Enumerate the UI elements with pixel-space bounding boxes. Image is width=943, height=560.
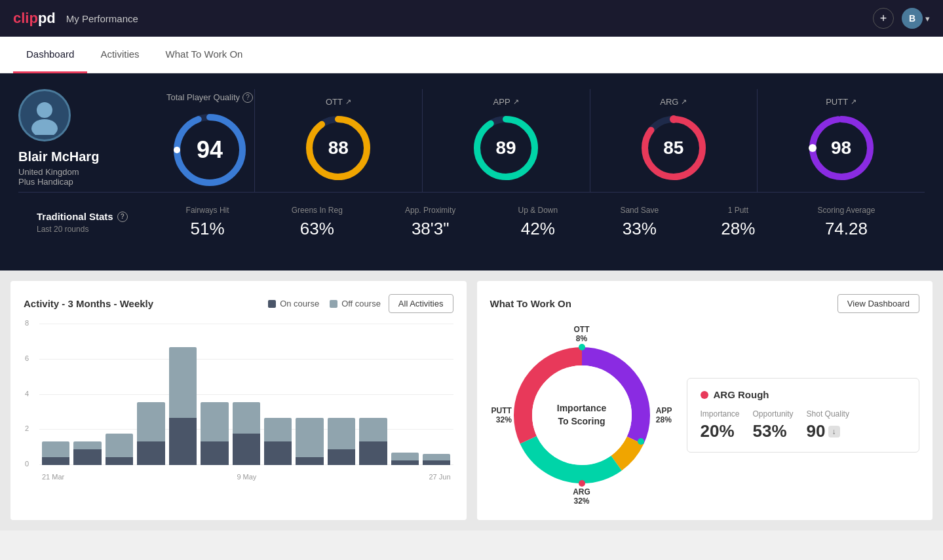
bar-group	[391, 324, 419, 465]
chart-legend: On course Off course	[268, 299, 381, 308]
bar-on-course	[328, 449, 355, 465]
what-to-work-on-panel: What To Work On View Dashboard	[477, 281, 933, 520]
svg-point-1	[31, 119, 58, 135]
all-activities-button[interactable]: All Activities	[389, 294, 453, 313]
bar-off-course	[201, 402, 228, 441]
fairways-label: Fairways Hit	[186, 206, 229, 215]
putt-value: 98	[831, 138, 851, 159]
trad-stats-help-icon[interactable]: ?	[117, 212, 128, 222]
tab-activities[interactable]: Activities	[87, 37, 152, 73]
bar-on-course	[233, 434, 260, 465]
bar-off-course	[42, 441, 69, 457]
stat-scoring-avg: Scoring Average 74.28	[818, 206, 876, 239]
donut-label-ott: OTT 8%	[574, 325, 590, 343]
total-quality-help-icon[interactable]: ?	[242, 92, 253, 103]
donut-label-putt: PUTT 32%	[491, 406, 512, 424]
arg-value: 85	[663, 138, 683, 159]
activity-chart-title: Activity - 3 Months - Weekly	[24, 298, 153, 309]
svg-point-20	[579, 344, 585, 350]
score-putt-label: PUTT ↗	[826, 97, 856, 107]
scores-grid: OTT ↗ 88 APP ↗	[254, 89, 925, 192]
bar-group	[201, 324, 228, 465]
bar-on-course	[73, 449, 101, 465]
traditional-stats: Traditional Stats ? Last 20 rounds Fairw…	[18, 192, 925, 252]
off-course-dot	[330, 300, 337, 308]
score-arg-label: ARG ↗	[660, 97, 687, 107]
metric-opportunity: Opportunity 53%	[753, 409, 794, 441]
bar-group	[106, 324, 133, 465]
shot-quality-badge: ↓	[828, 426, 840, 438]
sandsave-value: 33%	[620, 219, 659, 239]
player-name: Blair McHarg	[18, 149, 99, 164]
1putt-label: 1 Putt	[721, 206, 755, 215]
bar-on-course	[359, 441, 387, 465]
trad-stats-subtitle: Last 20 rounds	[37, 225, 155, 234]
bar-on-course	[169, 418, 197, 465]
legend-off-course: Off course	[330, 299, 381, 308]
page-title: My Performance	[66, 13, 138, 24]
putt-circle: 98	[805, 112, 877, 184]
bar-off-course	[264, 418, 292, 441]
bar-off-course	[137, 402, 164, 441]
on-course-dot	[268, 300, 276, 308]
arg-circle: 85	[638, 112, 710, 184]
wtwo-content: Importance To Scoring OTT 8% APP 28%	[490, 324, 920, 507]
user-avatar-button[interactable]: B ▾	[902, 8, 930, 29]
activity-chart-header: Activity - 3 Months - Weekly On course O…	[24, 294, 453, 313]
score-putt: PUTT ↗ 98	[758, 89, 925, 192]
stat-fairways-hit: Fairways Hit 51%	[186, 206, 229, 239]
app-value: 89	[496, 138, 516, 159]
proximity-value: 38'3"	[405, 219, 455, 239]
svg-point-22	[579, 480, 585, 487]
info-card-title: ARG Rough	[714, 389, 769, 400]
shot-quality-label: Shot Quality	[807, 409, 849, 419]
bar-off-course	[328, 418, 355, 449]
info-card-header: ARG Rough	[701, 389, 906, 400]
1putt-value: 28%	[721, 219, 755, 239]
tab-dashboard[interactable]: Dashboard	[13, 37, 87, 73]
bar-off-course	[73, 441, 101, 449]
greens-label: Greens In Reg	[292, 206, 343, 215]
putt-trend-icon: ↗	[851, 98, 856, 106]
metric-importance: Importance 20%	[701, 409, 740, 441]
donut-center-text: Importance To Scoring	[557, 402, 606, 428]
bar-off-course	[233, 402, 260, 434]
bar-group	[169, 324, 197, 465]
banner-top: Blair McHarg United Kingdom Plus Handica…	[18, 89, 925, 192]
bar-group	[328, 324, 355, 465]
bar-off-course	[296, 418, 323, 457]
add-button[interactable]: +	[873, 8, 894, 29]
stat-sand-save: Sand Save 33%	[620, 206, 659, 239]
activity-bar-chart: 86420 21 Mar9 May27 Jun	[24, 324, 453, 481]
score-app-label: APP ↗	[493, 97, 519, 107]
tab-what-to-work-on[interactable]: What To Work On	[153, 37, 256, 73]
donut-wrapper: Importance To Scoring OTT 8% APP 28%	[490, 324, 674, 507]
shot-quality-value: 90	[807, 421, 826, 441]
score-arg: ARG ↗ 85	[590, 89, 758, 192]
view-dashboard-button[interactable]: View Dashboard	[837, 294, 919, 313]
avatar: B	[902, 8, 923, 29]
updown-label: Up & Down	[518, 206, 558, 215]
bar-on-course	[137, 441, 164, 465]
wtwo-header: What To Work On View Dashboard	[490, 294, 920, 313]
greens-value: 63%	[292, 219, 343, 239]
ott-value: 88	[328, 138, 349, 159]
bar-group	[137, 324, 164, 465]
proximity-label: App. Proximity	[405, 206, 455, 215]
bar-group	[264, 324, 292, 465]
arg-trend-icon: ↗	[681, 98, 687, 106]
stat-greens: Greens In Reg 63%	[292, 206, 343, 239]
avatar-dropdown-icon: ▾	[925, 14, 930, 24]
score-app: APP ↗ 89	[423, 89, 590, 192]
app-circle: 89	[470, 112, 542, 184]
x-axis-labels: 21 Mar9 May27 Jun	[39, 473, 453, 481]
activity-chart-controls: On course Off course All Activities	[268, 294, 453, 313]
performance-banner: Blair McHarg United Kingdom Plus Handica…	[0, 73, 943, 271]
bar-off-course	[359, 418, 387, 441]
player-country: United Kingdom	[18, 167, 79, 177]
svg-point-21	[638, 438, 644, 445]
total-quality-label: Total Player Quality ?	[166, 92, 253, 103]
info-card: ARG Rough Importance 20% Opportunity 53%…	[687, 378, 920, 453]
legend-on-course: On course	[268, 299, 319, 308]
total-quality: Total Player Quality ? 94	[149, 89, 254, 192]
